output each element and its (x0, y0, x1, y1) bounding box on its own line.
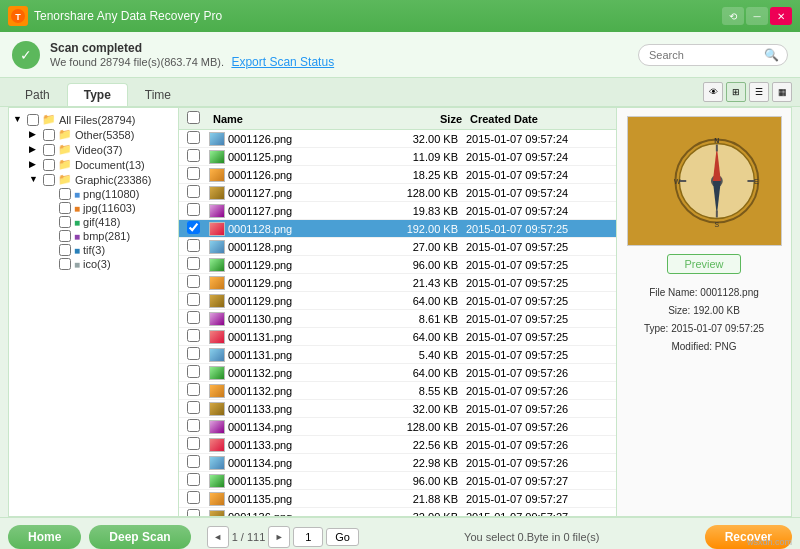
tree-item-all-files[interactable]: ▼ 📁 All Files(28794) (9, 112, 178, 127)
row-checkbox-15[interactable] (187, 401, 200, 414)
table-row[interactable]: 0001127.png 128.00 KB 2015-01-07 09:57:2… (179, 184, 616, 202)
close-button[interactable]: ✕ (770, 7, 792, 25)
tree-expander-gif[interactable] (45, 216, 57, 228)
row-checkbox-11[interactable] (187, 329, 200, 342)
row-checkbox-9[interactable] (187, 293, 200, 306)
table-row[interactable]: 0001136.png 32.00 KB 2015-01-07 09:57:27 (179, 508, 616, 516)
file-list-container[interactable]: 0001126.png 32.00 KB 2015-01-07 09:57:24… (179, 130, 616, 516)
restore-button[interactable]: ⟲ (722, 7, 744, 25)
prev-page-button[interactable]: ◄ (207, 526, 229, 548)
next-page-button[interactable]: ► (268, 526, 290, 548)
tree-expander-jpg[interactable] (45, 202, 57, 214)
type-value: 2015-01-07 09:57:25 (671, 323, 764, 334)
row-checkbox-19[interactable] (187, 473, 200, 486)
row-checkbox-5[interactable] (187, 221, 200, 234)
table-row[interactable]: 0001135.png 21.88 KB 2015-01-07 09:57:27 (179, 490, 616, 508)
tree-item-jpg[interactable]: ■ jpg(11603) (9, 201, 178, 215)
row-checkbox-21[interactable] (187, 509, 200, 517)
table-row[interactable]: 0001134.png 22.98 KB 2015-01-07 09:57:26 (179, 454, 616, 472)
export-link[interactable]: Export Scan Status (231, 55, 334, 69)
table-row[interactable]: 0001127.png 19.83 KB 2015-01-07 09:57:24 (179, 202, 616, 220)
tree-checkbox-gif[interactable] (59, 216, 71, 228)
tree-item-document[interactable]: ▶ 📁 Document(13) (9, 157, 178, 172)
tree-item-gif[interactable]: ■ gif(418) (9, 215, 178, 229)
table-row[interactable]: 0001129.png 21.43 KB 2015-01-07 09:57:25 (179, 274, 616, 292)
row-checkbox-0[interactable] (187, 131, 200, 144)
tree-checkbox-doc[interactable] (43, 159, 55, 171)
row-checkbox-4[interactable] (187, 203, 200, 216)
tree-item-video[interactable]: ▶ 📁 Video(37) (9, 142, 178, 157)
view-icon-detail[interactable]: ▦ (772, 82, 792, 102)
row-checkbox-7[interactable] (187, 257, 200, 270)
deep-scan-button[interactable]: Deep Scan (89, 525, 190, 549)
preview-button[interactable]: Preview (667, 254, 740, 274)
tree-expander[interactable]: ▼ (13, 114, 25, 126)
tree-expander-video[interactable]: ▶ (29, 144, 41, 156)
row-checkbox-10[interactable] (187, 311, 200, 324)
tree-checkbox-graphic[interactable] (43, 174, 55, 186)
view-icon-list[interactable]: ☰ (749, 82, 769, 102)
row-checkbox-13[interactable] (187, 365, 200, 378)
tree-item-png[interactable]: ■ png(11080) (9, 187, 178, 201)
tree-item-graphic[interactable]: ▼ 📁 Graphic(23386) (9, 172, 178, 187)
row-checkbox-20[interactable] (187, 491, 200, 504)
tab-type[interactable]: Type (67, 83, 128, 106)
row-checkbox-6[interactable] (187, 239, 200, 252)
search-input[interactable] (649, 49, 764, 61)
tree-item-other[interactable]: ▶ 📁 Other(5358) (9, 127, 178, 142)
table-row[interactable]: 0001130.png 8.61 KB 2015-01-07 09:57:25 (179, 310, 616, 328)
table-row[interactable]: 0001129.png 64.00 KB 2015-01-07 09:57:25 (179, 292, 616, 310)
tree-checkbox-tif[interactable] (59, 244, 71, 256)
tree-item-bmp[interactable]: ■ bmp(281) (9, 229, 178, 243)
minimize-button[interactable]: ─ (746, 7, 768, 25)
table-row[interactable]: 0001131.png 5.40 KB 2015-01-07 09:57:25 (179, 346, 616, 364)
tree-expander-bmp[interactable] (45, 230, 57, 242)
table-row[interactable]: 0001132.png 8.55 KB 2015-01-07 09:57:26 (179, 382, 616, 400)
view-icon-eye[interactable]: 👁 (703, 82, 723, 102)
tree-expander-ico[interactable] (45, 258, 57, 270)
table-row[interactable]: 0001126.png 18.25 KB 2015-01-07 09:57:24 (179, 166, 616, 184)
table-row[interactable]: 0001133.png 32.00 KB 2015-01-07 09:57:26 (179, 400, 616, 418)
tree-expander-graphic[interactable]: ▼ (29, 174, 41, 186)
row-checkbox-3[interactable] (187, 185, 200, 198)
select-all-checkbox[interactable] (187, 111, 200, 124)
tree-checkbox-ico[interactable] (59, 258, 71, 270)
table-row[interactable]: 0001131.png 64.00 KB 2015-01-07 09:57:25 (179, 328, 616, 346)
home-button[interactable]: Home (8, 525, 81, 549)
tree-expander-doc[interactable]: ▶ (29, 159, 41, 171)
row-checkbox-2[interactable] (187, 167, 200, 180)
page-input[interactable] (293, 527, 323, 547)
row-checkbox-12[interactable] (187, 347, 200, 360)
row-checkbox-8[interactable] (187, 275, 200, 288)
table-row[interactable]: 0001128.png 27.00 KB 2015-01-07 09:57:25 (179, 238, 616, 256)
tab-path[interactable]: Path (8, 83, 67, 106)
row-checkbox-17[interactable] (187, 437, 200, 450)
table-row[interactable]: 0001125.png 11.09 KB 2015-01-07 09:57:24 (179, 148, 616, 166)
tree-item-ico[interactable]: ■ ico(3) (9, 257, 178, 271)
tree-checkbox-jpg[interactable] (59, 202, 71, 214)
tree-checkbox-bmp[interactable] (59, 230, 71, 242)
tree-item-tif[interactable]: ■ tif(3) (9, 243, 178, 257)
tree-expander-png[interactable] (45, 188, 57, 200)
row-checkbox-1[interactable] (187, 149, 200, 162)
row-checkbox-16[interactable] (187, 419, 200, 432)
row-checkbox-18[interactable] (187, 455, 200, 468)
view-icon-grid[interactable]: ⊞ (726, 82, 746, 102)
tree-checkbox-video[interactable] (43, 144, 55, 156)
table-row[interactable]: 0001132.png 64.00 KB 2015-01-07 09:57:26 (179, 364, 616, 382)
tree-expander-tif[interactable] (45, 244, 57, 256)
tree-checkbox-other[interactable] (43, 129, 55, 141)
table-row[interactable]: 0001128.png 192.00 KB 2015-01-07 09:57:2… (179, 220, 616, 238)
file-date-11: 2015-01-07 09:57:25 (466, 331, 616, 343)
tree-checkbox-png[interactable] (59, 188, 71, 200)
table-row[interactable]: 0001134.png 128.00 KB 2015-01-07 09:57:2… (179, 418, 616, 436)
tree-checkbox-all[interactable] (27, 114, 39, 126)
tree-expander-other[interactable]: ▶ (29, 129, 41, 141)
go-button[interactable]: Go (326, 528, 359, 546)
table-row[interactable]: 0001126.png 32.00 KB 2015-01-07 09:57:24 (179, 130, 616, 148)
row-checkbox-14[interactable] (187, 383, 200, 396)
tab-time[interactable]: Time (128, 83, 188, 106)
table-row[interactable]: 0001129.png 96.00 KB 2015-01-07 09:57:25 (179, 256, 616, 274)
table-row[interactable]: 0001135.png 96.00 KB 2015-01-07 09:57:27 (179, 472, 616, 490)
table-row[interactable]: 0001133.png 22.56 KB 2015-01-07 09:57:26 (179, 436, 616, 454)
